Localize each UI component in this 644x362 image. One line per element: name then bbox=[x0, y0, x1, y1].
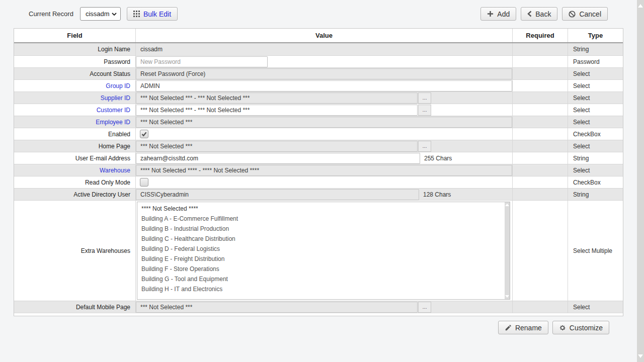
required-cell bbox=[513, 116, 568, 128]
select-value-box[interactable]: *** Not Selected *** bbox=[136, 302, 418, 313]
cancel-button[interactable]: Cancel bbox=[562, 7, 608, 21]
value-cell: *** Not Selected ***... bbox=[135, 140, 513, 152]
scroll-up-arrow-icon[interactable] bbox=[638, 4, 643, 8]
listbox-item[interactable]: Building G - Tool and Equipment bbox=[137, 274, 504, 284]
select-value-box[interactable]: *** Not Selected *** - *** Not Selected … bbox=[136, 93, 418, 104]
type-cell: Select bbox=[568, 301, 623, 313]
checkbox[interactable] bbox=[140, 130, 148, 138]
scroll-down-arrow-icon[interactable] bbox=[505, 295, 509, 298]
type-cell: Select bbox=[568, 116, 623, 128]
browse-dots-button[interactable]: ... bbox=[418, 93, 431, 104]
table-row: Default Mobile Page*** Not Selected ***.… bbox=[14, 301, 623, 313]
type-cell: String bbox=[568, 189, 623, 200]
field-label[interactable]: Warehouse bbox=[14, 164, 135, 176]
required-cell bbox=[513, 68, 568, 79]
table-row: Customer ID*** Not Selected *** - *** No… bbox=[14, 104, 623, 116]
type-cell: Select bbox=[568, 140, 623, 152]
value-cell: **** Not Selected ****Building A - E-Com… bbox=[135, 201, 513, 301]
listbox-scrollbar[interactable] bbox=[505, 202, 510, 299]
browse-dots-button[interactable]: ... bbox=[418, 141, 431, 152]
pencil-icon bbox=[505, 324, 512, 331]
field-label: Account Status bbox=[14, 68, 135, 79]
listbox-item[interactable]: Building F - Store Operations bbox=[137, 264, 504, 274]
field-label: Default Mobile Page bbox=[14, 301, 135, 313]
page-scrollbar[interactable] bbox=[637, 0, 644, 362]
select-value-box[interactable]: **** Not Selected **** - **** Not Select… bbox=[136, 165, 512, 176]
back-button[interactable]: Back bbox=[521, 7, 557, 21]
listbox-item[interactable]: Building A - E-Commerce Fulfillment bbox=[137, 214, 504, 224]
value-box[interactable]: CISS\Cyberadmin bbox=[136, 189, 419, 200]
cancel-label: Cancel bbox=[579, 10, 601, 18]
field-label[interactable]: Employee ID bbox=[14, 116, 135, 128]
required-cell bbox=[513, 104, 568, 116]
type-cell: Password bbox=[568, 56, 623, 67]
warehouse-listbox[interactable]: **** Not Selected ****Building A - E-Com… bbox=[137, 202, 510, 300]
browse-dots-button[interactable]: ... bbox=[418, 105, 431, 116]
field-label[interactable]: Supplier ID bbox=[14, 92, 135, 104]
listbox-item[interactable]: Building B - Industrial Production bbox=[137, 224, 504, 234]
header-field: Field bbox=[14, 29, 135, 42]
type-cell: Select bbox=[568, 104, 623, 116]
scroll-up-arrow-icon[interactable] bbox=[505, 204, 509, 206]
select-value-box[interactable]: ADMIN bbox=[136, 80, 512, 92]
value-cell: CISS\Cyberadmin128 Chars bbox=[135, 189, 513, 200]
current-record-select[interactable]: cissadm bbox=[80, 7, 121, 21]
type-cell: Select bbox=[568, 92, 623, 104]
grid-icon bbox=[133, 11, 140, 17]
current-record-label: Current Record bbox=[29, 10, 73, 18]
value-cell: cissadm bbox=[135, 43, 513, 55]
value-cell: Reset Password (Force) bbox=[135, 68, 513, 79]
type-cell: Select bbox=[568, 164, 623, 176]
table-row: EnabledCheckBox bbox=[14, 128, 623, 140]
listbox-item[interactable]: Building H - IT and Electronics bbox=[137, 284, 504, 294]
select-value-box[interactable]: *** Not Selected *** bbox=[136, 141, 418, 152]
table-row: Employee ID*** Not Selected ***Select bbox=[14, 116, 623, 128]
table-row: User E-mail Address255 CharsString bbox=[14, 152, 623, 164]
select-value-box[interactable]: *** Not Selected *** bbox=[136, 117, 512, 128]
table-row: Account StatusReset Password (Force)Sele… bbox=[14, 67, 623, 79]
type-cell: String bbox=[568, 152, 623, 164]
value-cell bbox=[135, 128, 513, 140]
customize-button[interactable]: Customize bbox=[552, 321, 609, 334]
value-cell bbox=[135, 176, 513, 188]
table-row: Group IDADMINSelect bbox=[14, 79, 623, 92]
checkbox[interactable] bbox=[140, 178, 148, 187]
footer-buttons: Rename Customize bbox=[498, 321, 609, 334]
listbox-item[interactable]: Building E - Freight Distribution bbox=[137, 254, 504, 264]
field-label[interactable]: Customer ID bbox=[14, 104, 135, 116]
browse-dots-button[interactable]: ... bbox=[418, 302, 431, 313]
password-input[interactable] bbox=[136, 56, 268, 67]
value-cell: ADMIN bbox=[135, 80, 513, 92]
field-label: Home Page bbox=[14, 140, 135, 152]
table-body: Login NamecissadmStringPasswordPasswordA… bbox=[14, 43, 623, 313]
value-cell bbox=[135, 56, 513, 67]
type-cell: String bbox=[568, 43, 623, 55]
table-row: PasswordPassword bbox=[14, 55, 623, 67]
customize-label: Customize bbox=[570, 324, 603, 332]
field-label: Extra Warehouses bbox=[14, 201, 135, 301]
scroll-down-arrow-icon[interactable] bbox=[638, 354, 643, 358]
listbox-item[interactable]: Building C - Healthcare Distribution bbox=[137, 234, 504, 244]
type-cell: Select Multiple bbox=[568, 201, 623, 301]
required-cell bbox=[513, 128, 568, 140]
required-cell bbox=[513, 176, 568, 188]
type-cell: CheckBox bbox=[568, 128, 623, 140]
ban-icon bbox=[569, 11, 576, 18]
value-cell: *** Not Selected ***... bbox=[135, 301, 513, 313]
select-value-box[interactable]: *** Not Selected *** - *** Not Selected … bbox=[136, 105, 418, 116]
field-label[interactable]: Group ID bbox=[14, 80, 135, 92]
listbox-item[interactable]: Building D - Federal Logistics bbox=[137, 244, 504, 254]
required-cell bbox=[513, 43, 568, 55]
bulk-edit-button[interactable]: Bulk Edit bbox=[127, 7, 178, 21]
value-cell: 255 Chars bbox=[135, 152, 513, 164]
char-limit-hint: 255 Chars bbox=[420, 155, 452, 162]
bulk-edit-label: Bulk Edit bbox=[143, 10, 171, 18]
add-button[interactable]: Add bbox=[480, 7, 516, 21]
listbox-item[interactable]: **** Not Selected **** bbox=[137, 204, 504, 214]
email-input[interactable] bbox=[136, 153, 420, 164]
select-value-box[interactable]: Reset Password (Force) bbox=[136, 68, 512, 79]
rename-button[interactable]: Rename bbox=[498, 321, 548, 334]
type-cell: CheckBox bbox=[568, 176, 623, 188]
field-label: Password bbox=[14, 56, 135, 67]
field-label: User E-mail Address bbox=[14, 152, 135, 164]
